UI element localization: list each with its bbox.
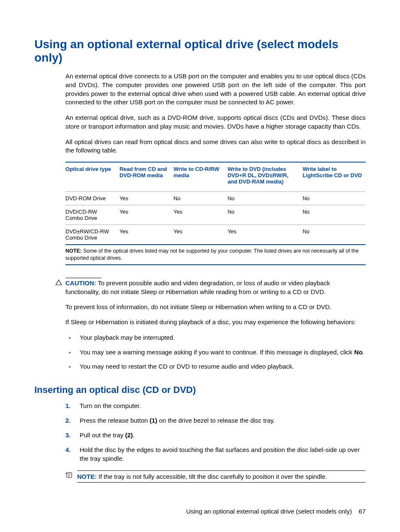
behavior-list: Your playback may be interrupted. You ma… — [65, 333, 366, 377]
table-header: Optical drive type — [65, 162, 119, 192]
list-item: Your playback may be interrupted. — [65, 333, 366, 348]
table-cell: No — [303, 225, 366, 245]
note-label: NOTE: — [65, 248, 82, 254]
document-page: Using an optional external optical drive… — [0, 0, 400, 532]
table-row: DVD±RW/CD-RW Combo Drive Yes Yes Yes No — [65, 225, 366, 245]
table-cell: DVD-ROM Drive — [65, 191, 119, 205]
optical-drive-table: Optical drive type Read from CD and DVD-… — [65, 162, 366, 245]
step-item: 2.Press the release button (1) on the dr… — [65, 416, 366, 431]
table-row: DVD-ROM Drive Yes No No No — [65, 191, 366, 205]
table-header: Read from CD and DVD-ROM media — [119, 162, 174, 192]
table-row: DVD/CD-RW Combo Drive Yes Yes No No — [65, 205, 366, 225]
intro-paragraph: An external optical drive connects to a … — [65, 72, 366, 107]
step-item: 3.Pull out the tray (2). — [65, 431, 366, 445]
table-cell: No — [303, 205, 366, 225]
table-cell: Yes — [174, 225, 228, 245]
table-header: Write label to LightScribe CD or DVD — [303, 162, 366, 192]
caution-body: To prevent possible audio and video degr… — [65, 279, 330, 295]
steps-list: 1.Turn on the computer. 2.Press the rele… — [65, 401, 366, 469]
table-cell: Yes — [119, 191, 174, 205]
section-heading: Inserting an optical disc (CD or DVD) — [34, 385, 366, 395]
page-title: Using an optional external optical drive… — [34, 38, 366, 65]
caution-text: CAUTION: To prevent possible audio and v… — [65, 279, 366, 296]
caution-icon — [55, 278, 63, 285]
table-cell: No — [303, 191, 366, 205]
caution-label: CAUTION: — [65, 279, 96, 287]
table-cell: Yes — [174, 205, 228, 225]
table-cell: Yes — [228, 225, 303, 245]
intro-paragraph: All optical drives can read from optical… — [65, 138, 366, 155]
note-icon — [65, 470, 75, 478]
table-cell: DVD±RW/CD-RW Combo Drive — [65, 225, 119, 245]
caution-paragraph: To prevent loss of information, do not i… — [65, 303, 366, 312]
list-item: You may see a warning message asking if … — [65, 348, 366, 363]
table-cell: Yes — [119, 205, 174, 225]
step-item: 4.Hold the disc by the edges to avoid to… — [65, 445, 366, 469]
table-header: Write to DVD (includes DVD+R DL, DVD±RW/… — [228, 162, 303, 192]
caution-block: CAUTION: To prevent possible audio and v… — [65, 278, 366, 377]
table-note: NOTE: Some of the optical drives listed … — [65, 248, 366, 262]
table-cell: No — [174, 191, 228, 205]
intro-section: An external optical drive connects to a … — [65, 72, 366, 265]
intro-paragraph: An external optical drive, such as a DVD… — [65, 114, 366, 131]
page-number: 67 — [358, 508, 366, 515]
step-item: 1.Turn on the computer. — [65, 401, 366, 416]
table-cell: No — [228, 191, 303, 205]
table-header: Write to CD-R/RW media — [174, 162, 228, 192]
page-footer: Using an optional external optical drive… — [34, 508, 366, 515]
note-text: Some of the optical drives listed may no… — [65, 248, 358, 261]
table-cell: Yes — [119, 225, 174, 245]
table-cell: No — [228, 205, 303, 225]
footer-text: Using an optional external optical drive… — [186, 508, 352, 515]
note-label: NOTE: — [77, 473, 97, 480]
table-cell: DVD/CD-RW Combo Drive — [65, 205, 119, 225]
caution-paragraph: If Sleep or Hibernation is initiated dur… — [65, 318, 366, 327]
note-text: If the tray is not fully accessible, til… — [99, 473, 327, 480]
list-item: You may need to restart the CD or DVD to… — [65, 362, 366, 377]
step-note: NOTE: If the tray is not fully accessibl… — [65, 470, 366, 483]
